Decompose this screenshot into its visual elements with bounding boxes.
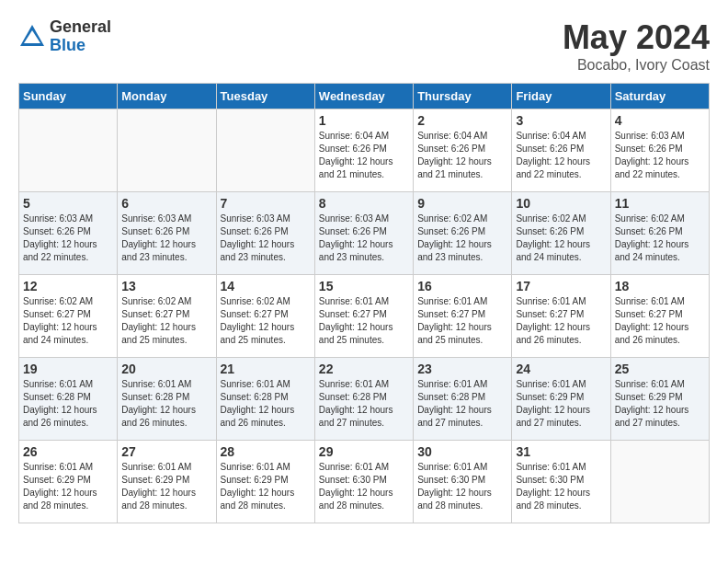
day-number: 25 <box>615 362 705 376</box>
day-number: 7 <box>221 196 311 211</box>
calendar-day-cell: 23Sunrise: 6:01 AM Sunset: 6:28 PM Dayli… <box>414 358 512 441</box>
day-info: Sunrise: 6:02 AM Sunset: 6:27 PM Dayligh… <box>121 295 211 347</box>
calendar-day-cell: 5Sunrise: 6:03 AM Sunset: 6:26 PM Daylig… <box>19 192 118 275</box>
calendar-day-cell: 13Sunrise: 6:02 AM Sunset: 6:27 PM Dayli… <box>118 275 216 358</box>
weekday-header-monday: Monday <box>118 84 216 109</box>
calendar-day-cell: 6Sunrise: 6:03 AM Sunset: 6:26 PM Daylig… <box>118 192 216 275</box>
calendar-day-cell <box>19 109 118 192</box>
logo-blue-text: Blue <box>50 37 111 55</box>
calendar-day-cell <box>610 441 709 523</box>
weekday-header-saturday: Saturday <box>610 84 709 109</box>
weekday-header-thursday: Thursday <box>414 84 512 109</box>
day-info: Sunrise: 6:01 AM Sunset: 6:29 PM Dayligh… <box>221 461 311 512</box>
day-number: 14 <box>221 279 311 293</box>
day-number: 8 <box>319 196 409 211</box>
day-info: Sunrise: 6:01 AM Sunset: 6:28 PM Dayligh… <box>121 378 211 430</box>
calendar-day-cell: 31Sunrise: 6:01 AM Sunset: 6:30 PM Dayli… <box>512 441 610 523</box>
calendar-day-cell: 30Sunrise: 6:01 AM Sunset: 6:30 PM Dayli… <box>414 441 512 523</box>
calendar-day-cell: 2Sunrise: 6:04 AM Sunset: 6:26 PM Daylig… <box>414 109 512 192</box>
title-block: May 2024 Bocabo, Ivory Coast <box>563 18 710 74</box>
calendar-day-cell: 19Sunrise: 6:01 AM Sunset: 6:28 PM Dayli… <box>19 358 118 441</box>
day-number: 4 <box>615 113 705 128</box>
day-number: 28 <box>221 444 311 459</box>
day-number: 21 <box>221 362 311 376</box>
calendar-day-cell: 3Sunrise: 6:04 AM Sunset: 6:26 PM Daylig… <box>512 109 610 192</box>
calendar-day-cell: 16Sunrise: 6:01 AM Sunset: 6:27 PM Dayli… <box>414 275 512 358</box>
day-number: 2 <box>417 113 507 128</box>
day-number: 23 <box>417 362 507 376</box>
day-number: 10 <box>516 196 606 211</box>
day-info: Sunrise: 6:03 AM Sunset: 6:26 PM Dayligh… <box>121 213 211 264</box>
day-info: Sunrise: 6:01 AM Sunset: 6:29 PM Dayligh… <box>23 461 113 512</box>
day-info: Sunrise: 6:01 AM Sunset: 6:27 PM Dayligh… <box>615 295 705 347</box>
calendar-day-cell: 27Sunrise: 6:01 AM Sunset: 6:29 PM Dayli… <box>118 441 216 523</box>
day-number: 3 <box>516 113 606 128</box>
calendar-week-row: 19Sunrise: 6:01 AM Sunset: 6:28 PM Dayli… <box>19 358 710 441</box>
day-number: 5 <box>23 196 113 211</box>
day-number: 12 <box>23 279 113 293</box>
calendar-day-cell: 9Sunrise: 6:02 AM Sunset: 6:26 PM Daylig… <box>414 192 512 275</box>
calendar-day-cell: 12Sunrise: 6:02 AM Sunset: 6:27 PM Dayli… <box>19 275 118 358</box>
day-info: Sunrise: 6:04 AM Sunset: 6:26 PM Dayligh… <box>516 130 606 181</box>
logo: General Blue <box>18 18 111 55</box>
day-number: 26 <box>23 444 113 459</box>
weekday-header-sunday: Sunday <box>19 84 118 109</box>
day-info: Sunrise: 6:01 AM Sunset: 6:27 PM Dayligh… <box>516 295 606 347</box>
day-info: Sunrise: 6:01 AM Sunset: 6:29 PM Dayligh… <box>615 378 705 430</box>
day-info: Sunrise: 6:01 AM Sunset: 6:28 PM Dayligh… <box>417 378 507 430</box>
weekday-header-friday: Friday <box>512 84 610 109</box>
calendar-day-cell <box>118 109 216 192</box>
day-info: Sunrise: 6:02 AM Sunset: 6:27 PM Dayligh… <box>23 295 113 347</box>
day-number: 15 <box>319 279 409 293</box>
calendar-day-cell: 11Sunrise: 6:02 AM Sunset: 6:26 PM Dayli… <box>610 192 709 275</box>
day-number: 11 <box>615 196 705 211</box>
day-number: 13 <box>121 279 211 293</box>
logo-icon <box>18 23 46 51</box>
month-title: May 2024 <box>563 18 710 57</box>
calendar-day-cell: 8Sunrise: 6:03 AM Sunset: 6:26 PM Daylig… <box>314 192 413 275</box>
day-number: 6 <box>121 196 211 211</box>
day-number: 9 <box>417 196 507 211</box>
day-info: Sunrise: 6:02 AM Sunset: 6:26 PM Dayligh… <box>516 213 606 264</box>
day-number: 27 <box>121 444 211 459</box>
calendar-day-cell: 26Sunrise: 6:01 AM Sunset: 6:29 PM Dayli… <box>19 441 118 523</box>
calendar-week-row: 26Sunrise: 6:01 AM Sunset: 6:29 PM Dayli… <box>19 441 710 523</box>
day-info: Sunrise: 6:01 AM Sunset: 6:28 PM Dayligh… <box>221 378 311 430</box>
calendar-day-cell: 10Sunrise: 6:02 AM Sunset: 6:26 PM Dayli… <box>512 192 610 275</box>
day-info: Sunrise: 6:02 AM Sunset: 6:26 PM Dayligh… <box>417 213 507 264</box>
day-number: 24 <box>516 362 606 376</box>
day-number: 30 <box>417 444 507 459</box>
day-info: Sunrise: 6:01 AM Sunset: 6:28 PM Dayligh… <box>23 378 113 430</box>
calendar-week-row: 12Sunrise: 6:02 AM Sunset: 6:27 PM Dayli… <box>19 275 710 358</box>
day-info: Sunrise: 6:04 AM Sunset: 6:26 PM Dayligh… <box>417 130 507 181</box>
day-number: 31 <box>516 444 606 459</box>
day-number: 16 <box>417 279 507 293</box>
day-info: Sunrise: 6:01 AM Sunset: 6:29 PM Dayligh… <box>516 378 606 430</box>
calendar-table: SundayMondayTuesdayWednesdayThursdayFrid… <box>18 83 710 523</box>
day-number: 29 <box>319 444 409 459</box>
weekday-header-tuesday: Tuesday <box>216 84 314 109</box>
calendar-day-cell: 20Sunrise: 6:01 AM Sunset: 6:28 PM Dayli… <box>118 358 216 441</box>
day-info: Sunrise: 6:01 AM Sunset: 6:28 PM Dayligh… <box>319 378 409 430</box>
logo-general-text: General <box>50 18 111 37</box>
calendar-day-cell: 25Sunrise: 6:01 AM Sunset: 6:29 PM Dayli… <box>610 358 709 441</box>
calendar-day-cell: 29Sunrise: 6:01 AM Sunset: 6:30 PM Dayli… <box>314 441 413 523</box>
calendar-day-cell: 1Sunrise: 6:04 AM Sunset: 6:26 PM Daylig… <box>314 109 413 192</box>
logo-text: General Blue <box>50 18 111 55</box>
weekday-header-row: SundayMondayTuesdayWednesdayThursdayFrid… <box>19 84 710 109</box>
day-info: Sunrise: 6:03 AM Sunset: 6:26 PM Dayligh… <box>319 213 409 264</box>
day-info: Sunrise: 6:02 AM Sunset: 6:26 PM Dayligh… <box>615 213 705 264</box>
calendar-week-row: 1Sunrise: 6:04 AM Sunset: 6:26 PM Daylig… <box>19 109 710 192</box>
calendar-day-cell: 21Sunrise: 6:01 AM Sunset: 6:28 PM Dayli… <box>216 358 314 441</box>
day-number: 19 <box>23 362 113 376</box>
day-info: Sunrise: 6:01 AM Sunset: 6:27 PM Dayligh… <box>417 295 507 347</box>
day-number: 17 <box>516 279 606 293</box>
day-info: Sunrise: 6:03 AM Sunset: 6:26 PM Dayligh… <box>23 213 113 264</box>
weekday-header-wednesday: Wednesday <box>314 84 413 109</box>
calendar-day-cell: 24Sunrise: 6:01 AM Sunset: 6:29 PM Dayli… <box>512 358 610 441</box>
calendar-day-cell: 18Sunrise: 6:01 AM Sunset: 6:27 PM Dayli… <box>610 275 709 358</box>
calendar-day-cell: 4Sunrise: 6:03 AM Sunset: 6:26 PM Daylig… <box>610 109 709 192</box>
calendar-day-cell: 14Sunrise: 6:02 AM Sunset: 6:27 PM Dayli… <box>216 275 314 358</box>
calendar-week-row: 5Sunrise: 6:03 AM Sunset: 6:26 PM Daylig… <box>19 192 710 275</box>
day-info: Sunrise: 6:04 AM Sunset: 6:26 PM Dayligh… <box>319 130 409 181</box>
